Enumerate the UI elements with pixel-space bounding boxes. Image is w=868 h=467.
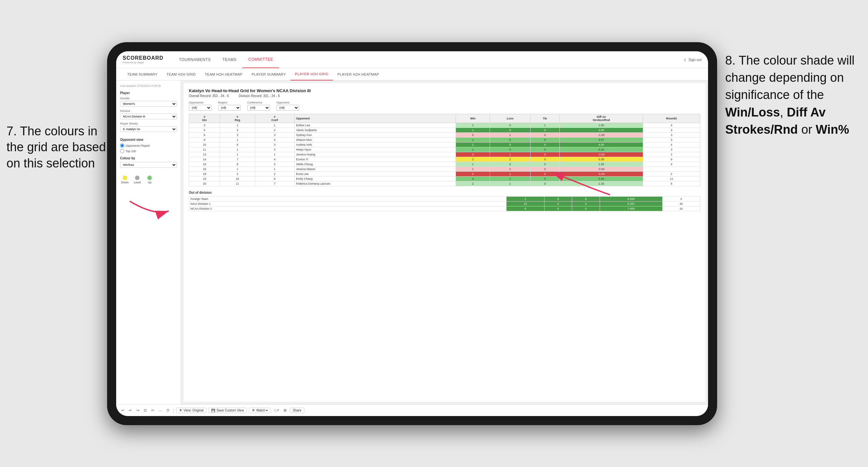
table-row: 11 1 2 Heejo Hyun 1 0 0 3.33 3 bbox=[189, 147, 700, 152]
cell-diff: 1.50 bbox=[560, 123, 643, 128]
region-filter-select[interactable]: (All) bbox=[218, 105, 241, 111]
table-row: 10 6 3 Andrea York 2 0 0 4.00 4 bbox=[189, 143, 700, 147]
opponents-filter-label: Opponents: bbox=[189, 101, 212, 104]
cell-tie: 0 bbox=[530, 167, 559, 172]
watch-btn[interactable]: 👁 Watch ▾ bbox=[249, 408, 271, 413]
cell-diff: 1.33 bbox=[560, 181, 643, 186]
ood-cell-win: 15 bbox=[506, 201, 544, 207]
logo-subtitle: Powered by clippd bbox=[123, 61, 163, 64]
view-original-btn[interactable]: 👁 View: Original bbox=[176, 408, 207, 413]
cell-reg: 10 bbox=[220, 177, 255, 181]
cell-reg: 1 bbox=[220, 167, 255, 172]
cell-reg: 1 bbox=[220, 137, 255, 143]
legend-up-dot bbox=[147, 176, 152, 180]
out-of-division-table: Foreign Team 1 0 0 4.500 2 NAIA Division… bbox=[189, 196, 700, 211]
undo-btn[interactable]: ↩ bbox=[120, 408, 126, 413]
cell-tie: 1 bbox=[530, 123, 559, 128]
cell-rounds: 6 bbox=[643, 181, 700, 186]
ood-cell-rounds: 2 bbox=[662, 197, 700, 201]
cell-diff: -3.00 bbox=[560, 152, 643, 157]
nav-teams[interactable]: TEAMS bbox=[217, 51, 243, 68]
nav-committee[interactable]: COMMITTEE bbox=[242, 51, 279, 68]
legend-level-label: Level bbox=[132, 181, 142, 184]
cell-win: 0 bbox=[456, 172, 490, 177]
cell-win: 1 bbox=[456, 162, 490, 167]
opponents-filter-select[interactable]: (All) bbox=[189, 105, 212, 111]
sign-out-link[interactable]: Sign out bbox=[688, 58, 702, 62]
cell-rounds: 2 bbox=[643, 152, 700, 157]
division-select[interactable]: NCAA Division III bbox=[120, 114, 177, 119]
cell-opponent: Euna Lee bbox=[294, 172, 456, 177]
cell-win: 4 bbox=[456, 177, 490, 181]
cell-win: 1 bbox=[456, 128, 490, 133]
cut-btn[interactable]: ✂ bbox=[150, 408, 155, 413]
ood-cell-opponent: NCAA Division 2 bbox=[189, 207, 506, 211]
cell-conf: 3 bbox=[255, 143, 294, 147]
table-row: 15 8 5 Stella Cheng 1 0 0 1.25 4 bbox=[189, 162, 700, 167]
conference-filter-select[interactable]: (All) bbox=[247, 105, 270, 111]
cell-div: 3 bbox=[189, 123, 220, 128]
cell-conf: 2 bbox=[255, 172, 294, 177]
timer-btn[interactable]: ⏱ bbox=[165, 408, 171, 413]
colour-by-select[interactable]: Win/loss bbox=[120, 162, 177, 168]
gender-select[interactable]: Women's bbox=[120, 101, 177, 107]
cell-reg: 8 bbox=[220, 162, 255, 167]
cell-loss: 1 bbox=[490, 172, 530, 177]
subnav-team-h2h-grid[interactable]: TEAM H2H GRID bbox=[162, 68, 200, 81]
radio-top100[interactable]: Top 100 bbox=[120, 149, 177, 153]
fit-btn[interactable]: ⊡ bbox=[143, 408, 148, 413]
cell-opponent: Andrea York bbox=[294, 143, 456, 147]
save-custom-view-btn[interactable]: 💾 Save Custom View bbox=[208, 408, 247, 413]
subnav-player-h2h-heatmap[interactable]: PLAYER H2H HEATMAP bbox=[333, 68, 383, 81]
cell-win: 1 bbox=[456, 123, 490, 128]
ood-table-row: Foreign Team 1 0 0 4.500 2 bbox=[189, 197, 700, 201]
export-btn[interactable]: □↗ bbox=[273, 408, 280, 413]
cell-diff: 4.00 bbox=[560, 128, 643, 133]
share-btn[interactable]: Share bbox=[290, 408, 304, 413]
view-icon: 👁 bbox=[179, 409, 182, 412]
gender-label: Gender bbox=[120, 97, 177, 100]
ood-cell-rounds: 10 bbox=[662, 207, 700, 211]
redo-btn[interactable]: ↪ bbox=[135, 408, 141, 413]
cell-rounds: 3 bbox=[643, 147, 700, 152]
subnav-player-summary[interactable]: PLAYER SUMMARY bbox=[247, 68, 290, 81]
cell-loss: 0 bbox=[490, 128, 530, 133]
subnav-team-summary[interactable]: TEAM SUMMARY bbox=[123, 68, 162, 81]
cell-loss: 1 bbox=[490, 181, 530, 186]
radio-opponents-label: Opponents Played bbox=[126, 144, 150, 147]
ood-cell-win: 5 bbox=[506, 207, 544, 211]
player-rank-select[interactable]: 8. Katelyn Vo bbox=[120, 126, 177, 132]
division-label: Division bbox=[120, 110, 177, 113]
cell-opponent: Alexis Sudjianto bbox=[294, 128, 456, 133]
cell-rounds: 3 bbox=[643, 137, 700, 143]
more-btn[interactable]: ··· bbox=[157, 408, 163, 413]
cell-opponent: Emily Chang bbox=[294, 177, 456, 181]
cell-loss: 1 bbox=[490, 152, 530, 157]
subnav-player-h2h-grid[interactable]: PLAYER H2H GRID bbox=[290, 68, 333, 81]
cell-loss: 1 bbox=[490, 133, 530, 137]
cell-rounds: 3 bbox=[643, 133, 700, 137]
cell-loss: 0 bbox=[490, 147, 530, 152]
col-loss: Loss bbox=[490, 114, 530, 123]
ood-cell-diff: 4.500 bbox=[600, 197, 662, 201]
col-tie: Tie bbox=[530, 114, 559, 123]
nav-tournaments[interactable]: TOURNAMENTS bbox=[173, 51, 217, 68]
cell-tie: 0 bbox=[530, 157, 559, 162]
cell-div: 6 bbox=[189, 133, 220, 137]
cell-win: 2 bbox=[456, 157, 490, 162]
radio-opponents-played[interactable]: Opponents Played bbox=[120, 144, 177, 148]
cell-opponent: Jessica Huang bbox=[294, 152, 456, 157]
ood-cell-diff: 9.267 bbox=[600, 201, 662, 207]
table-row: 18 2 2 Euna Lee 0 1 0 -5.00 2 bbox=[189, 172, 700, 177]
cell-diff: 1.25 bbox=[560, 162, 643, 167]
cell-div: 14 bbox=[189, 157, 220, 162]
subnav-team-h2h-heatmap[interactable]: TEAM H2H HEATMAP bbox=[200, 68, 247, 81]
grid-btn[interactable]: ⊞ bbox=[282, 408, 288, 413]
legend-level-dot bbox=[135, 176, 140, 180]
cell-conf: 1 bbox=[255, 167, 294, 172]
cell-diff: 4.00 bbox=[560, 143, 643, 147]
cell-div: 19 bbox=[189, 177, 220, 181]
cell-conf: 4 bbox=[255, 157, 294, 162]
opponent-filter-select[interactable]: (All) bbox=[276, 105, 299, 111]
undo2-btn[interactable]: ↩ bbox=[127, 408, 133, 413]
